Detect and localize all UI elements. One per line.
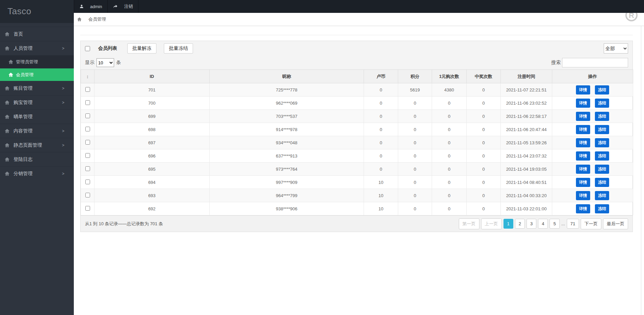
- column-header-nickname[interactable]: 昵称: [210, 70, 364, 83]
- cell-register-time: 2021-11-04 08:40:51: [501, 176, 552, 189]
- column-header-purchase-count[interactable]: 1元购次数: [432, 70, 467, 83]
- sidebar-item[interactable]: 登陆日志: [0, 152, 74, 166]
- main-content: 会员列表 批量解冻 批量冻结 全部 显示 10 条 搜索: [74, 26, 644, 232]
- cell-purchase-count: 0: [432, 149, 467, 163]
- topbar-user[interactable]: admin: [74, 0, 108, 13]
- cell-purchase-count: 0: [432, 189, 467, 202]
- cell-coin: 0: [364, 149, 398, 163]
- detail-button[interactable]: 详情: [576, 138, 590, 147]
- row-checkbox[interactable]: [85, 180, 90, 184]
- unit-label: 条: [116, 60, 121, 66]
- detail-button[interactable]: 详情: [576, 125, 590, 134]
- home-icon: [77, 17, 82, 21]
- freeze-button[interactable]: 冻结: [595, 178, 609, 187]
- pagination-button[interactable]: 第一页: [459, 218, 479, 229]
- freeze-button[interactable]: 冻结: [595, 204, 609, 213]
- freeze-button[interactable]: 冻结: [595, 99, 609, 108]
- table-row: 692938****906100002021-11-03 22:01:00详情冻…: [81, 202, 633, 215]
- cell-actions: 详情冻结: [552, 136, 633, 149]
- home-icon: [5, 114, 9, 119]
- freeze-button[interactable]: 冻结: [595, 191, 609, 200]
- row-checkbox[interactable]: [85, 206, 90, 211]
- detail-button[interactable]: 详情: [576, 85, 590, 94]
- freeze-button[interactable]: 冻结: [595, 125, 609, 134]
- cell-actions: 详情冻结: [552, 123, 633, 136]
- cell-nickname: 997****909: [210, 176, 364, 189]
- sidebar-item[interactable]: 静态页面管理>: [0, 138, 74, 152]
- cell-nickname: 725****778: [210, 83, 364, 97]
- pagination-button[interactable]: 71: [567, 219, 579, 229]
- row-checkbox[interactable]: [85, 127, 90, 131]
- sidebar-item[interactable]: 会员管理: [0, 68, 74, 81]
- pagination-button[interactable]: 最后一页: [603, 218, 628, 229]
- column-header-coin[interactable]: 卢币: [364, 70, 398, 83]
- sidebar-item[interactable]: 管理员管理: [0, 55, 74, 68]
- row-checkbox[interactable]: [85, 153, 90, 158]
- freeze-button[interactable]: 冻结: [595, 165, 609, 174]
- row-checkbox[interactable]: [85, 113, 90, 118]
- home-icon: [5, 32, 9, 36]
- column-header-points[interactable]: 积分: [398, 70, 432, 83]
- scrollbar-track[interactable]: [641, 26, 641, 315]
- pagination-button[interactable]: 下一页: [581, 218, 601, 229]
- row-checkbox[interactable]: [85, 166, 90, 171]
- column-header-sort[interactable]: ↕: [81, 70, 94, 83]
- select-all-checkbox[interactable]: [85, 46, 90, 51]
- cell-id: 695: [94, 163, 210, 176]
- table-row: 693964****799100002021-11-04 00:33:20详情冻…: [81, 189, 633, 202]
- row-checkbox[interactable]: [85, 140, 90, 145]
- brand-logo[interactable]: Tasco: [0, 0, 74, 23]
- sidebar-item[interactable]: 账目管理>: [0, 81, 74, 95]
- sidebar-item[interactable]: 晒单管理: [0, 109, 74, 124]
- detail-button[interactable]: 详情: [576, 151, 590, 161]
- detail-button[interactable]: 详情: [576, 165, 590, 174]
- detail-button[interactable]: 详情: [576, 99, 590, 108]
- user-icon: [80, 4, 84, 8]
- column-header-id[interactable]: ID: [94, 70, 210, 83]
- sidebar-item[interactable]: 分销管理>: [0, 166, 74, 181]
- cell-points: 5619: [398, 83, 432, 97]
- cell-coin: 0: [364, 83, 398, 97]
- cell-coin: 10: [364, 202, 398, 215]
- sidebar-item[interactable]: 人员管理>: [0, 41, 74, 55]
- cell-nickname: 914****978: [210, 123, 364, 136]
- freeze-button[interactable]: 冻结: [595, 112, 609, 121]
- pagination-button[interactable]: 1: [503, 219, 513, 229]
- row-checkbox[interactable]: [85, 87, 90, 92]
- freeze-button[interactable]: 冻结: [595, 85, 609, 94]
- detail-button[interactable]: 详情: [576, 191, 590, 200]
- row-checkbox[interactable]: [85, 100, 90, 105]
- breadcrumb: 会员管理 R: [74, 13, 644, 26]
- pagination-button[interactable]: 5: [550, 219, 559, 229]
- sidebar-item[interactable]: 内容管理>: [0, 124, 74, 138]
- search-input[interactable]: [562, 58, 628, 67]
- detail-button[interactable]: 详情: [576, 204, 590, 213]
- cell-actions: 详情冻结: [552, 163, 633, 176]
- pagination-button[interactable]: 2: [515, 219, 525, 229]
- batch-unfreeze-button[interactable]: 批量解冻: [127, 43, 156, 54]
- column-header-win-count[interactable]: 中奖次数: [467, 70, 501, 83]
- batch-freeze-button[interactable]: 批量冻结: [164, 43, 193, 54]
- page-title: 会员管理: [88, 16, 106, 22]
- page-size-select[interactable]: 10: [96, 58, 114, 67]
- panel-title: 会员列表: [98, 45, 117, 51]
- cell-id: 692: [94, 202, 210, 215]
- freeze-button[interactable]: 冻结: [595, 138, 609, 147]
- filter-select[interactable]: 全部: [604, 43, 628, 54]
- cell-coin: 0: [364, 110, 398, 123]
- logout-button[interactable]: 注销: [108, 0, 138, 13]
- cell-coin: 0: [364, 136, 398, 149]
- table-row: 698914****97800002021-11-06 20:47:44详情冻结: [81, 123, 633, 136]
- table-row: 695973****76400002021-11-04 19:03:05详情冻结: [81, 163, 633, 176]
- freeze-button[interactable]: 冻结: [595, 151, 609, 161]
- row-checkbox[interactable]: [85, 193, 90, 197]
- pagination-button[interactable]: 4: [538, 219, 548, 229]
- sidebar-item[interactable]: 购宝管理>: [0, 95, 74, 109]
- detail-button[interactable]: 详情: [576, 112, 590, 121]
- pagination-button[interactable]: 3: [527, 219, 536, 229]
- sidebar-item[interactable]: 首页: [0, 27, 74, 41]
- detail-button[interactable]: 详情: [576, 178, 590, 187]
- column-header-register-time[interactable]: 注册时间: [501, 70, 552, 83]
- pagination-button[interactable]: 上一页: [481, 218, 502, 229]
- search-label: 搜索: [551, 60, 561, 66]
